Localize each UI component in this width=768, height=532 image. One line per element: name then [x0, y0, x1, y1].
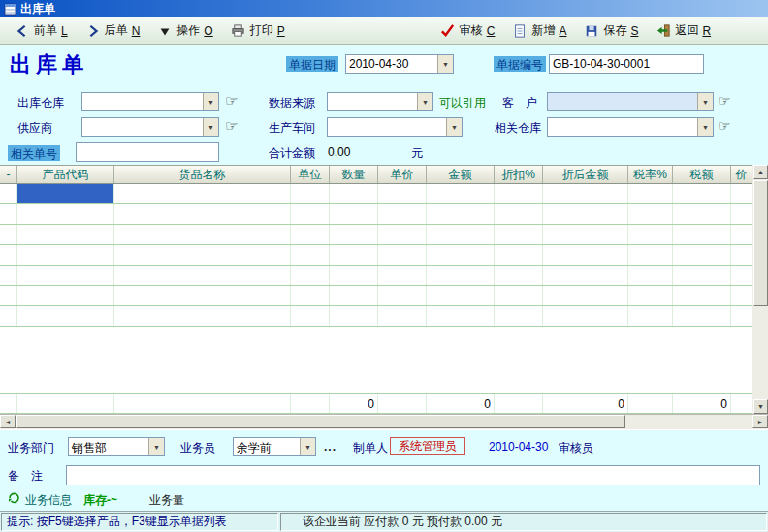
grid-cell[interactable] [330, 306, 378, 326]
grid-cell[interactable] [495, 225, 543, 244]
grid-cell[interactable] [378, 184, 427, 203]
grid-cell[interactable] [495, 184, 543, 203]
grid-cell[interactable] [378, 204, 427, 224]
grid-cell[interactable] [114, 184, 291, 203]
grid-cell[interactable] [543, 204, 628, 224]
grid-cell[interactable] [0, 204, 17, 224]
grid-cell[interactable] [291, 306, 330, 326]
grid-cell[interactable] [330, 204, 378, 224]
grid-cell[interactable] [330, 245, 378, 265]
grid-cell[interactable] [427, 184, 495, 203]
supplier-dropdown-icon[interactable]: ▼ [203, 118, 218, 136]
grid-cell[interactable] [378, 225, 427, 244]
prev-doc-button[interactable]: 前单L [6, 19, 77, 42]
grid-cell[interactable] [0, 245, 17, 265]
audit-button[interactable]: 审核C [432, 19, 504, 42]
grid-cell[interactable] [731, 225, 752, 244]
grid-cell[interactable] [731, 306, 752, 326]
grid-cell[interactable] [17, 225, 114, 244]
grid-cell[interactable] [17, 286, 114, 305]
department-combo[interactable]: 销售部 ▼ [68, 437, 165, 456]
grid-cell[interactable] [291, 266, 330, 285]
grid-cell[interactable] [673, 225, 731, 244]
next-doc-button[interactable]: 后单N [77, 19, 149, 42]
grid-cell[interactable] [673, 184, 731, 203]
grid-cell[interactable] [628, 204, 673, 224]
grid-cell[interactable] [291, 204, 330, 224]
doc-number-input[interactable] [549, 54, 704, 74]
column-header-indicator[interactable]: - [0, 166, 17, 183]
related-warehouse-dropdown-icon[interactable]: ▼ [697, 118, 713, 136]
grid-cell[interactable] [291, 184, 330, 203]
grid-cell[interactable] [17, 245, 114, 265]
grid-cell[interactable] [114, 225, 291, 244]
grid-cell[interactable] [543, 184, 628, 203]
column-header-discount[interactable]: 折扣% [495, 166, 543, 183]
horizontal-scroll-thumb[interactable] [16, 415, 625, 428]
grid-cell[interactable] [291, 225, 330, 244]
column-header-discounted-amount[interactable]: 折后金额 [543, 166, 628, 183]
grid-cell[interactable] [731, 266, 752, 285]
grid-cell[interactable] [427, 306, 495, 326]
grid-cell[interactable] [495, 245, 543, 265]
action-button[interactable]: 操作O [148, 19, 221, 42]
grid-cell[interactable] [673, 266, 731, 285]
warehouse-dropdown-icon[interactable]: ▼ [203, 93, 218, 110]
customer-lookup-icon[interactable]: ☞ [718, 92, 730, 110]
grid-cell[interactable] [543, 286, 628, 305]
grid-cell[interactable] [427, 266, 495, 285]
grid-cell[interactable] [378, 306, 427, 326]
related-no-input[interactable] [76, 142, 219, 162]
column-header-qty[interactable]: 数量 [330, 166, 378, 183]
remark-input[interactable] [66, 465, 760, 485]
grid-cell[interactable] [427, 245, 495, 265]
horizontal-scrollbar[interactable]: ◄ ► [0, 414, 768, 429]
grid-cell[interactable] [378, 245, 427, 265]
grid-cell[interactable] [673, 306, 731, 326]
selected-cell[interactable] [17, 184, 114, 203]
grid-cell[interactable] [114, 286, 291, 305]
grid-cell[interactable] [628, 266, 673, 285]
grid-cell[interactable] [731, 286, 752, 305]
scroll-right-icon[interactable]: ► [752, 415, 768, 428]
column-header-tax[interactable]: 税额 [673, 166, 731, 183]
grid-cell[interactable] [628, 286, 673, 305]
workshop-dropdown-icon[interactable]: ▼ [446, 118, 462, 136]
vertical-scroll-thumb[interactable] [753, 180, 768, 306]
print-button[interactable]: 打印P [222, 19, 294, 42]
grid-cell[interactable] [628, 225, 673, 244]
grid-cell[interactable] [114, 266, 291, 285]
grid-cell[interactable] [495, 266, 543, 285]
grid-cell[interactable] [543, 225, 628, 244]
customer-dropdown-icon[interactable]: ▼ [697, 93, 713, 110]
grid-cell[interactable] [673, 245, 731, 265]
grid-cell[interactable] [114, 245, 291, 265]
column-header-unit[interactable]: 单位 [291, 166, 330, 183]
grid-cell[interactable] [495, 204, 543, 224]
vertical-scrollbar[interactable]: ▲ ▼ [752, 165, 768, 414]
grid-cell[interactable] [495, 286, 543, 305]
warehouse-lookup-icon[interactable]: ☞ [225, 92, 238, 110]
workshop-combo[interactable]: ▼ [327, 117, 463, 137]
column-header-tax-rate[interactable]: 税率% [628, 166, 673, 183]
grid-cell[interactable] [731, 204, 752, 224]
grid-cell[interactable] [378, 286, 427, 305]
column-header-partial[interactable]: 价 [731, 166, 752, 183]
column-header-unit-price[interactable]: 单价 [378, 166, 427, 183]
grid-cell[interactable] [628, 306, 673, 326]
column-header-goods-name[interactable]: 货品名称 [114, 166, 291, 183]
grid-cell[interactable] [330, 266, 378, 285]
grid-cell[interactable] [114, 306, 291, 326]
grid-cell[interactable] [114, 204, 291, 224]
related-warehouse-combo[interactable]: ▼ [547, 117, 714, 137]
department-dropdown-icon[interactable]: ▼ [148, 438, 164, 455]
column-header-amount[interactable]: 金额 [427, 166, 495, 183]
grid-cell[interactable] [17, 306, 114, 326]
grid-cell[interactable] [291, 286, 330, 305]
grid-cell[interactable] [495, 306, 543, 326]
new-button[interactable]: 新增A [503, 19, 575, 42]
grid-cell[interactable] [378, 266, 427, 285]
grid-cell[interactable] [330, 225, 378, 244]
grid-cell[interactable] [0, 184, 17, 203]
grid-cell[interactable] [427, 225, 495, 244]
